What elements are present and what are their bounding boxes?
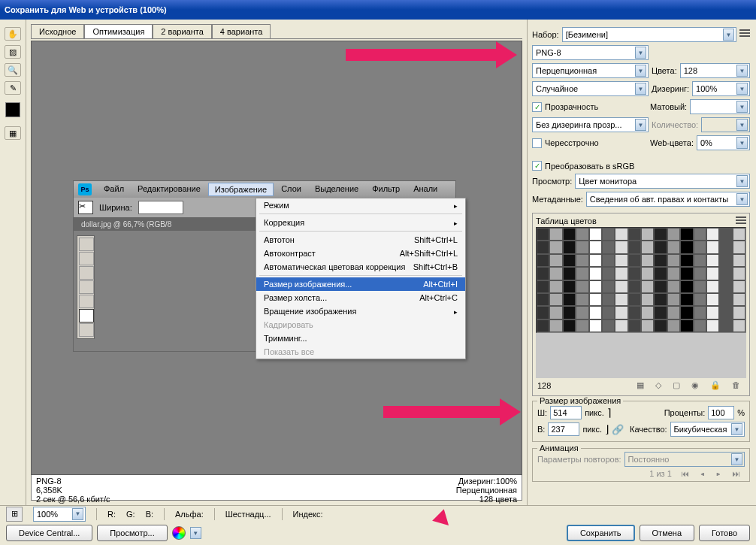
ps-menu-file[interactable]: Файл xyxy=(98,183,130,196)
annotation-arrow-1 xyxy=(346,41,517,68)
zoom-tool[interactable]: 🔍 xyxy=(5,63,21,77)
matte-select[interactable]: ▼ xyxy=(690,99,750,114)
web-label: Web-цвета: xyxy=(650,138,694,147)
color-table-title: Таблица цветов xyxy=(536,216,597,226)
ps-menu-select[interactable]: Выделение xyxy=(309,183,364,196)
tab-original[interactable]: Исходное xyxy=(31,24,84,38)
anim-repeat-select: Постоянно▼ xyxy=(624,452,745,467)
b-label: B: xyxy=(146,510,153,519)
transparency-checkbox[interactable]: ✓ xyxy=(532,102,542,112)
height-input[interactable] xyxy=(548,422,579,436)
save-button[interactable]: Сохранить xyxy=(567,525,635,541)
toggle-slice-vis[interactable]: ▦ xyxy=(5,126,21,140)
preset-label: Набор: xyxy=(532,30,559,39)
quality-select[interactable]: Бикубическая▼ xyxy=(670,422,745,437)
eyedropper-tool[interactable]: ✎ xyxy=(5,81,21,95)
browser-preview-icon[interactable] xyxy=(172,526,186,540)
settings-panel: Набор: [Безимени]▼ PNG-8▼ Перцепционная▼… xyxy=(527,20,756,505)
ps-menu-edit[interactable]: Редактирование xyxy=(132,183,207,196)
done-button[interactable]: Готово xyxy=(699,525,750,541)
animation-group: Анимация Параметры повторов: Постоянно▼ … xyxy=(532,448,750,482)
preview-statusbar: PNG-8 Дизеринг:100% 6,358K Перцепционная… xyxy=(31,475,522,501)
interlaced-checkbox[interactable] xyxy=(532,138,542,148)
dither-value-select[interactable]: 100%▼ xyxy=(692,81,750,96)
zoom-select[interactable]: 100%▼ xyxy=(33,507,86,522)
ps-menu-analysis[interactable]: Анали xyxy=(407,183,443,196)
format-select[interactable]: PNG-8▼ xyxy=(532,45,649,60)
matte-label: Матовый: xyxy=(650,102,687,111)
ps-image-dropdown: Режим Коррекция АвтотонShift+Ctrl+L Авто… xyxy=(256,198,466,359)
ps-menu-filter[interactable]: Фильтр xyxy=(366,183,406,196)
ps-tool-3[interactable] xyxy=(79,266,94,280)
anim-frame: 1 из 1 xyxy=(649,469,672,478)
status-dither: Дизеринг:100% xyxy=(458,477,517,486)
left-toolbar: ✋ ▨ 🔍 ✎ ▦ xyxy=(0,20,26,505)
preview-button[interactable]: Просмотр... xyxy=(97,525,167,541)
ct-menu-icon[interactable] xyxy=(736,216,746,227)
ps-menubar: Ps Файл Редактирование Изображение Слои … xyxy=(74,181,455,198)
color-table-grid[interactable] xyxy=(536,227,746,333)
ps-logo-icon: Ps xyxy=(78,183,92,195)
hand-tool[interactable]: ✋ xyxy=(5,27,21,41)
view-label: Просмотр: xyxy=(532,177,572,186)
status-palette: Перцепционная xyxy=(456,486,517,495)
ps-menu-image[interactable]: Изображение xyxy=(208,183,274,196)
ps-tool-5[interactable] xyxy=(79,295,94,308)
tab-4up[interactable]: 4 варианта xyxy=(212,24,271,38)
dd-image-rotation[interactable]: Вращение изображения xyxy=(256,304,465,318)
px-label2: пикс. xyxy=(582,425,602,434)
ps-width-input[interactable] xyxy=(138,201,183,214)
h-label: В: xyxy=(537,425,545,434)
srgb-checkbox[interactable]: ✓ xyxy=(532,161,542,171)
anim-controls: ⏮ ◀ ▶ ⏭ xyxy=(681,469,745,478)
dd-trim[interactable]: Тримминг... xyxy=(256,332,465,345)
display-icon[interactable]: ⊞ xyxy=(6,507,23,522)
alpha-label: Альфа: xyxy=(175,510,204,519)
link-icon[interactable]: 🔗 xyxy=(612,424,624,435)
tab-2up[interactable]: 2 варианта xyxy=(153,24,212,38)
percent-input[interactable] xyxy=(708,406,734,419)
ps-tool-2[interactable] xyxy=(79,252,94,265)
ps-menu-layers[interactable]: Слои xyxy=(275,183,307,196)
trans-dither-select[interactable]: Без дизеринга прозр...▼ xyxy=(532,117,649,132)
ps-width-label: Ширина: xyxy=(99,203,132,212)
quality-label: Качество: xyxy=(630,425,667,434)
dd-canvas-size[interactable]: Размер холста...Alt+Ctrl+C xyxy=(256,291,465,304)
dd-autocontrast[interactable]: АвтоконтрастAlt+Shift+Ctrl+L xyxy=(256,247,465,260)
dd-autocolor[interactable]: Автоматическая цветовая коррекцияShift+C… xyxy=(256,260,465,274)
ps-crop-tool-icon[interactable]: ✂ xyxy=(78,201,93,214)
percent-suffix: % xyxy=(737,408,745,417)
browser-dropdown-icon[interactable]: ▼ xyxy=(190,527,201,539)
cancel-button[interactable]: Отмена xyxy=(640,525,694,541)
tab-optimized[interactable]: Оптимизация xyxy=(84,24,153,38)
color-table-panel: Таблица цветов 128 ▦ ◇ ▢ ◉ 🔒 🗑 xyxy=(532,213,750,396)
panel-menu-icon[interactable] xyxy=(739,29,750,40)
slice-tool[interactable]: ▨ xyxy=(5,45,21,59)
anim-title: Анимация xyxy=(537,444,581,453)
w-label: Ш: xyxy=(537,408,547,417)
ps-tool-6[interactable] xyxy=(79,309,94,322)
window-titlebar: Сохранить для Web и устройств (100%) xyxy=(0,0,756,20)
ct-count: 128 xyxy=(537,381,551,390)
colors-select[interactable]: 128▼ xyxy=(680,63,750,78)
status-time: 2 сек @ 56,6 кбит/с xyxy=(36,495,110,504)
dither-type-select[interactable]: Случайное▼ xyxy=(532,81,649,96)
metadata-select[interactable]: Сведения об авт. правах и контакты▼ xyxy=(586,192,750,207)
dd-correction[interactable]: Коррекция xyxy=(256,216,465,229)
preset-select[interactable]: [Безимени]▼ xyxy=(562,27,736,42)
ps-tool-4[interactable] xyxy=(79,280,94,294)
ps-tool-7[interactable] xyxy=(79,323,94,337)
device-central-button[interactable]: Device Central... xyxy=(6,525,92,541)
ps-tool-1[interactable] xyxy=(79,238,94,251)
index-label: Индекс: xyxy=(293,510,323,519)
dd-autotone[interactable]: АвтотонShift+Ctrl+L xyxy=(256,233,465,247)
reduction-select[interactable]: Перцепционная▼ xyxy=(532,63,649,78)
web-select[interactable]: 0%▼ xyxy=(697,135,750,150)
color-swatch[interactable] xyxy=(5,102,20,117)
width-input[interactable] xyxy=(550,406,582,419)
dd-image-size[interactable]: Размер изображения...Alt+Ctrl+I xyxy=(256,277,465,291)
dd-mode[interactable]: Режим xyxy=(256,198,465,212)
ct-icons[interactable]: ▦ ◇ ▢ ◉ 🔒 🗑 xyxy=(637,380,745,390)
view-select[interactable]: Цвет монитора▼ xyxy=(575,174,750,189)
preview-tabs: Исходное Оптимизация 2 варианта 4 вариан… xyxy=(31,24,522,39)
